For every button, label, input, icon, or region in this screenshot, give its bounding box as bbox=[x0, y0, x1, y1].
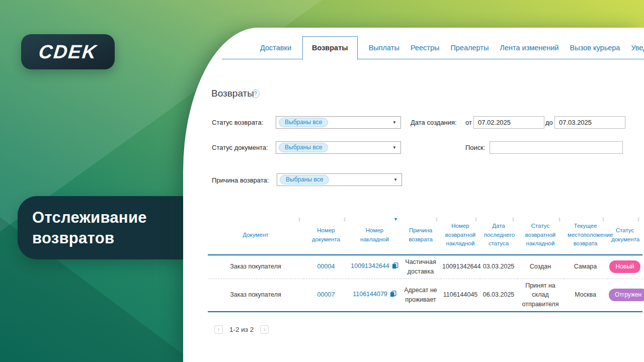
selected-values-chip: Выбраны все bbox=[279, 143, 328, 152]
tab-лента-изменений[interactable]: Лента изменений bbox=[500, 36, 558, 59]
document-status-label: Статус документа: bbox=[212, 144, 268, 151]
column-label: Номер возвратной накладной bbox=[445, 223, 476, 247]
tab-уведомления[interactable]: Уведомления bbox=[631, 36, 644, 59]
column-header-doc_number[interactable]: Номер документа▲▼ bbox=[303, 214, 349, 255]
copy-icon[interactable] bbox=[392, 262, 398, 272]
cell-location: Самара bbox=[564, 255, 607, 279]
column-header-document[interactable]: Документ▲▼ bbox=[208, 214, 303, 255]
cell-invoice: 10091342644 bbox=[349, 255, 400, 279]
column-label: Текущее местоположение возврата bbox=[568, 223, 613, 247]
column-label: Статус возвратной накладной bbox=[525, 223, 556, 247]
chevron-down-icon: ▼ bbox=[393, 177, 397, 182]
cell-location: Москва bbox=[564, 279, 607, 312]
cell-reason: Адресат не проживает bbox=[400, 279, 441, 312]
returns-table: Документ▲▼Номер документа▲▼Номер накладн… bbox=[208, 214, 642, 312]
sort-icon[interactable]: ▲▼ bbox=[602, 217, 605, 222]
cell-reason: Частичная доставка bbox=[400, 255, 441, 279]
tab-выплаты[interactable]: Выплаты bbox=[369, 36, 399, 59]
hero-line-1: Отслеживание bbox=[32, 207, 185, 228]
tab-вызов-курьера[interactable]: Вызов курьера bbox=[570, 36, 620, 59]
cell-document: Заказ покупателя bbox=[208, 255, 303, 279]
cell-doc_number: 00007 bbox=[303, 279, 349, 312]
column-label: Дата последнего статуса bbox=[484, 223, 515, 247]
help-icon[interactable]: ? bbox=[251, 89, 260, 98]
sort-icon[interactable]: ▲▼ bbox=[474, 217, 477, 222]
column-header-location[interactable]: Текущее местоположение возврата▲▼ bbox=[564, 214, 607, 255]
tab-реестры[interactable]: Реестры bbox=[411, 36, 440, 59]
cell-return_invoice: 10091342644 bbox=[441, 255, 480, 279]
selected-values-chip: Выбраны все bbox=[280, 175, 329, 185]
column-header-doc_status[interactable]: Статус документа▲▼ bbox=[607, 214, 642, 255]
cell-status_date: 03.03.2025 bbox=[480, 255, 517, 279]
creation-date-label: Дата создания: bbox=[411, 119, 457, 126]
doc_number-link[interactable]: 00007 bbox=[317, 291, 335, 298]
tab-доставки[interactable]: Доставки bbox=[260, 36, 291, 59]
copy-icon[interactable] bbox=[390, 291, 396, 300]
cell-return_status: Создан bbox=[517, 255, 564, 279]
date-from-label: от bbox=[465, 119, 472, 126]
page-title: Возвраты bbox=[211, 88, 254, 99]
return-status-dropdown[interactable]: Выбраны все ▼ bbox=[276, 116, 401, 129]
sort-icon[interactable]: ▲▼ bbox=[343, 217, 346, 222]
chevron-down-icon: ▼ bbox=[392, 145, 396, 150]
cell-document: Заказ покупателя bbox=[208, 279, 303, 312]
cell-return_status: Принят на склад отправителя bbox=[517, 279, 564, 312]
hero-banner: Отслеживание возвратов bbox=[18, 196, 185, 259]
tab-возвраты[interactable]: Возвраты bbox=[302, 36, 358, 60]
invoice-link[interactable]: 1106144079 bbox=[353, 291, 387, 298]
next-page-button[interactable]: › bbox=[260, 325, 269, 334]
hero-line-2: возвратов bbox=[32, 228, 185, 248]
date-to-input[interactable] bbox=[554, 116, 625, 129]
table-header-row: Документ▲▼Номер документа▲▼Номер накладн… bbox=[208, 214, 642, 255]
column-label: Номер накладной bbox=[360, 227, 389, 242]
column-label: Статус документа bbox=[611, 227, 639, 242]
selected-values-chip: Выбраны все bbox=[279, 118, 328, 127]
tab-преалерты[interactable]: Преалерты bbox=[450, 36, 489, 59]
sort-icon[interactable]: ▲▼ bbox=[558, 217, 561, 222]
table-row: Заказ покупателя0000410091342644Частична… bbox=[208, 255, 642, 279]
sort-icon[interactable]: ▲▼ bbox=[298, 217, 301, 222]
date-to-label: до bbox=[545, 119, 553, 126]
cell-doc_status: Отгружен bbox=[607, 279, 642, 312]
cdek-logo: CDEK bbox=[21, 34, 115, 69]
pagination-label: 1-2 из 2 bbox=[229, 326, 254, 333]
return-reason-dropdown[interactable]: Выбраны все ▼ bbox=[277, 173, 402, 186]
column-label: Номер документа bbox=[312, 227, 340, 242]
sort-icon[interactable]: ▲▼ bbox=[512, 217, 515, 222]
doc_number-link[interactable]: 00004 bbox=[317, 263, 335, 270]
cell-invoice: 1106144079 bbox=[349, 279, 400, 312]
sort-icon[interactable]: ▲▼ bbox=[435, 217, 438, 222]
status-badge: Отгружен bbox=[609, 289, 644, 301]
return-status-label: Статус возврата: bbox=[212, 119, 263, 126]
sort-icon[interactable]: ▲▼ bbox=[637, 217, 640, 222]
invoice-link[interactable]: 10091342644 bbox=[351, 262, 389, 269]
search-label: Поиск: bbox=[465, 144, 486, 151]
chevron-down-icon: ▼ bbox=[392, 120, 396, 125]
table-row: Заказ покупателя000071106144079Адресат н… bbox=[208, 279, 642, 312]
cell-doc_number: 00004 bbox=[303, 255, 349, 279]
column-label: Причина возврата bbox=[409, 227, 433, 242]
column-label: Документ bbox=[243, 232, 268, 238]
search-input[interactable] bbox=[490, 141, 623, 154]
column-header-status_date[interactable]: Дата последнего статуса▲▼ bbox=[480, 214, 517, 255]
column-header-return_invoice[interactable]: Номер возвратной накладной▲▼ bbox=[441, 214, 480, 255]
status-badge: Новый bbox=[609, 260, 640, 273]
column-header-reason[interactable]: Причина возврата▲▼ bbox=[400, 214, 441, 255]
prev-page-button[interactable]: ‹ bbox=[214, 325, 223, 334]
sort-desc-icon[interactable]: ▼ bbox=[393, 217, 398, 222]
cdek-logo-text: CDEK bbox=[38, 41, 98, 63]
column-header-return_status[interactable]: Статус возвратной накладной▲▼ bbox=[517, 214, 564, 255]
document-status-dropdown[interactable]: Выбраны все ▼ bbox=[276, 141, 401, 154]
cell-doc_status: Новый bbox=[607, 255, 642, 279]
pagination: ‹ 1-2 из 2 › bbox=[214, 325, 269, 334]
column-header-invoice[interactable]: Номер накладной▼ bbox=[349, 214, 400, 255]
date-from-input[interactable] bbox=[473, 116, 544, 129]
tabs: ДоставкиВозвратыВыплатыРеестрыПреалертыЛ… bbox=[260, 36, 644, 59]
cell-return_invoice: 1106144045 bbox=[441, 279, 480, 312]
return-reason-label: Причина возврата: bbox=[212, 176, 269, 184]
cell-status_date: 06.03.2025 bbox=[480, 279, 517, 312]
page: CDEK Отслеживание возвратов ДоставкиВозв… bbox=[0, 0, 644, 362]
